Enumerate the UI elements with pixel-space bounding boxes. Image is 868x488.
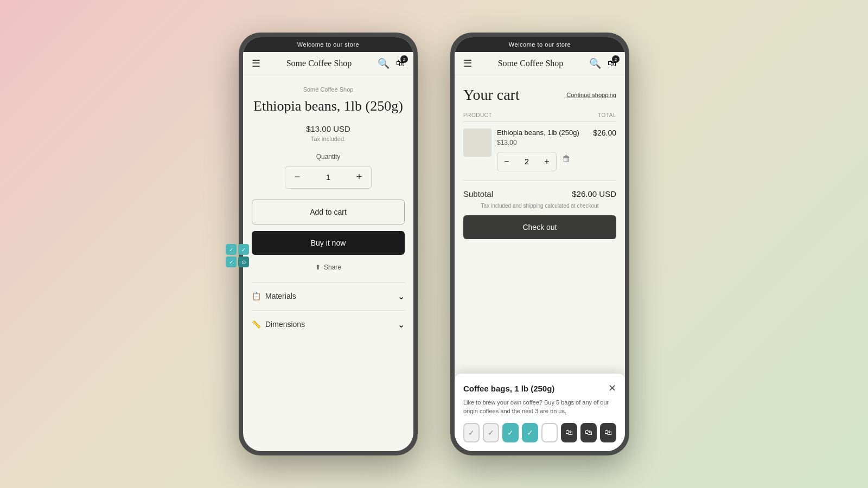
popup-description: Like to brew your own coffee? Buy 5 bags… <box>463 399 616 415</box>
checkout-button[interactable]: Check out <box>463 215 616 239</box>
popup-icon-6[interactable]: 🛍 <box>580 423 597 442</box>
cart-icon-right[interactable]: 🛍 2 <box>608 59 616 68</box>
cart-qty-increase[interactable]: + <box>538 152 556 171</box>
chevron-materials-icon: ⌄ <box>398 291 405 301</box>
cart-item-unit-price: $13.00 <box>497 139 579 146</box>
subtotal-label: Subtotal <box>463 189 493 198</box>
materials-icon: 📋 <box>252 292 261 300</box>
qty-increase-btn[interactable]: + <box>347 166 371 188</box>
popup-notification: Coffee bags, 1 lb (250g) ✕ Like to brew … <box>455 374 625 451</box>
popup-title: Coffee bags, 1 lb (250g) <box>463 384 554 393</box>
cart-qty-stepper: − 2 + <box>497 152 557 171</box>
cart-delete-button[interactable]: 🗑 <box>560 152 573 166</box>
cart-title: Your cart <box>463 86 520 104</box>
share-label: Share <box>324 264 341 271</box>
header-left: ☰ Some Coffee Shop 🔍 🛍 2 <box>243 52 413 75</box>
cart-qty-value: 2 <box>516 157 538 166</box>
menu-icon[interactable]: ☰ <box>252 57 260 69</box>
menu-icon-right[interactable]: ☰ <box>463 57 472 69</box>
badge-cell-3: ✓ <box>226 256 237 267</box>
phone-right: Welcome to our store ☰ Some Coffee Shop … <box>450 33 629 455</box>
cart-icon-left[interactable]: 🛍 2 <box>396 59 405 68</box>
quantity-stepper: − 1 + <box>285 166 372 189</box>
badge-cell-2: ✓ <box>238 244 249 255</box>
share-icon: ⬆ <box>315 264 321 271</box>
cart-badge-right: 2 <box>612 55 620 63</box>
add-to-cart-button[interactable]: Add to cart <box>252 200 405 224</box>
col-total-label: TOTAL <box>598 112 616 118</box>
cart-item: Ethiopia beans, 1lb (250g) $13.00 − 2 + … <box>463 129 616 171</box>
cart-header-row: Your cart Continue shopping <box>463 86 616 104</box>
cart-item-name: Ethiopia beans, 1lb (250g) <box>497 129 579 137</box>
qty-value: 1 <box>309 172 347 182</box>
subtotal-row: Subtotal $26.00 USD <box>463 180 616 203</box>
popup-close-button[interactable]: ✕ <box>608 382 616 394</box>
cart-columns: PRODUCT TOTAL <box>463 112 616 122</box>
popup-icon-2[interactable]: ✓ <box>502 423 519 442</box>
search-icon-left[interactable]: 🔍 <box>378 57 390 69</box>
header-right: ☰ Some Coffee Shop 🔍 🛍 2 <box>455 52 625 75</box>
popup-icon-5[interactable]: 🛍 <box>561 423 577 442</box>
header-actions-right: 🔍 🛍 2 <box>589 57 616 69</box>
product-content: Some Coffee Shop Ethiopia beans, 1lb (25… <box>243 75 413 451</box>
popup-icon-row: ✓ ✓ ✓ ✓ 🛍 🛍 🛍 <box>463 423 616 442</box>
popup-icon-3[interactable]: ✓ <box>522 423 538 442</box>
store-title-right: Some Coffee Shop <box>498 58 564 68</box>
floating-badge: ✓ ✓ ✓ ⊙ <box>226 244 249 267</box>
product-tax: Tax included. <box>252 136 405 142</box>
materials-label: Materials <box>265 292 296 300</box>
popup-icon-4[interactable] <box>541 423 558 442</box>
subtotal-amount: $26.00 USD <box>572 189 616 198</box>
tax-note-cart: Tax included and shipping calculated at … <box>463 203 616 209</box>
dimensions-icon: 📏 <box>252 320 261 329</box>
search-icon-right[interactable]: 🔍 <box>589 57 601 69</box>
cart-badge-left: 2 <box>400 55 408 63</box>
cart-item-total: $26.00 <box>593 129 616 137</box>
quantity-label: Quantity <box>252 153 405 160</box>
banner-left: Welcome to our store <box>243 37 413 52</box>
buy-now-button[interactable]: Buy it now <box>252 231 405 255</box>
accordion-materials[interactable]: 📋 Materials ⌄ <box>252 282 405 310</box>
product-price: $13.00 USD <box>252 124 405 133</box>
col-product-label: PRODUCT <box>463 112 492 118</box>
accordion-dimensions[interactable]: 📏 Dimensions ⌄ <box>252 310 405 338</box>
header-actions-left: 🔍 🛍 2 <box>378 57 405 69</box>
product-title: Ethiopia beans, 1lb (250g) <box>252 97 405 115</box>
share-button[interactable]: ⬆ Share <box>252 264 405 271</box>
badge-cell-1: ✓ <box>226 244 237 255</box>
qty-decrease-btn[interactable]: − <box>285 166 309 188</box>
cart-item-thumbnail <box>463 129 492 157</box>
popup-icon-7[interactable]: 🛍 <box>600 423 616 442</box>
chevron-dimensions-icon: ⌄ <box>398 319 405 330</box>
banner-right: Welcome to our store <box>455 37 625 52</box>
continue-shopping-link[interactable]: Continue shopping <box>566 92 616 98</box>
cart-content: Your cart Continue shopping PRODUCT TOTA… <box>455 75 625 451</box>
cart-qty-decrease[interactable]: − <box>497 152 516 171</box>
popup-icon-1[interactable]: ✓ <box>483 423 499 442</box>
store-title-left: Some Coffee Shop <box>286 58 352 68</box>
badge-cell-4: ⊙ <box>238 256 249 267</box>
phone-left: Welcome to our store ☰ Some Coffee Shop … <box>239 33 418 455</box>
product-brand: Some Coffee Shop <box>252 86 405 93</box>
popup-icon-0[interactable]: ✓ <box>463 423 480 442</box>
dimensions-label: Dimensions <box>265 320 305 329</box>
